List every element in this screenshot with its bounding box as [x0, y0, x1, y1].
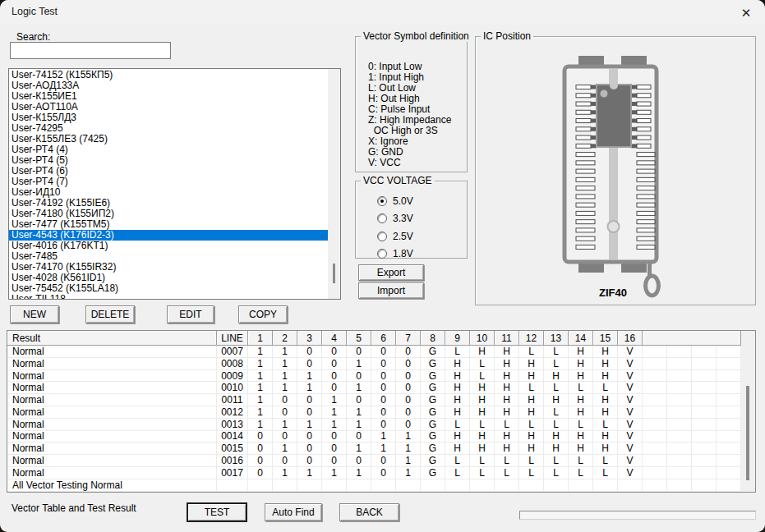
column-header-8[interactable]: 8 [421, 331, 445, 346]
line-cell: 0010 [217, 382, 248, 394]
list-item[interactable]: User-74152 (К155КП5) [9, 70, 328, 80]
table-row[interactable]: Normal00101110100GHHHLLLLV [7, 382, 741, 394]
result-cell: Normal [7, 467, 217, 479]
list-item[interactable]: User-ИД10 [9, 187, 328, 198]
table-row[interactable]: Normal00150100111GHHHHHHHV [7, 443, 741, 455]
column-header-7[interactable]: 7 [396, 331, 421, 346]
vcc-option-1.8V[interactable]: 1.8V [377, 249, 413, 259]
table-scrollbar-thumb[interactable] [746, 386, 749, 480]
pin-cell: 1 [273, 346, 297, 358]
list-item[interactable]: User-TIL118 [9, 294, 328, 300]
pin-cell [717, 467, 741, 479]
column-header-Result[interactable]: Result [7, 331, 217, 346]
list-item[interactable]: User-74180 (К155ИП2) [9, 209, 328, 219]
pin-cell: H [569, 370, 593, 383]
import-button[interactable]: Import [358, 282, 424, 299]
search-label: Search: [16, 31, 50, 43]
pin-cell [470, 479, 495, 492]
list-item[interactable]: User-К155ЛЕ3 (7425) [9, 134, 328, 144]
table-row[interactable]: Normal00160000001GLLLLLLLV [7, 455, 741, 467]
column-header-LINE[interactable]: LINE [217, 331, 248, 346]
column-header-11[interactable]: 11 [495, 331, 519, 346]
pin-cell: H [519, 370, 544, 383]
pin-cell: G [421, 358, 445, 370]
radio-icon[interactable] [377, 213, 387, 223]
pin-cell: H [519, 431, 544, 443]
list-item[interactable]: User-74192 (K155IE6) [9, 198, 328, 209]
list-item[interactable]: User-РТ4 (4) [9, 144, 328, 155]
pin-cell [643, 382, 667, 394]
table-scrollbar[interactable] [741, 331, 755, 492]
delete-button[interactable]: DELETE [85, 305, 135, 323]
table-row[interactable]: Normal00111001000GHHHHHHHV [7, 394, 741, 406]
pin-cell: 0 [371, 455, 396, 467]
table-row[interactable]: Normal00091110000GHLHHHHHV [7, 370, 741, 383]
list-item[interactable]: User-7485 [9, 251, 328, 262]
radio-selected-icon[interactable] [377, 196, 387, 206]
column-header-14[interactable]: 14 [569, 331, 593, 346]
copy-button[interactable]: COPY [238, 305, 288, 323]
list-item[interactable]: User-АОТ110А [9, 102, 328, 112]
test-button[interactable]: TEST [187, 502, 247, 522]
list-item[interactable]: User-К155ЛД3 [9, 112, 328, 123]
column-header-9[interactable]: 9 [445, 331, 470, 346]
list-item[interactable]: User-РТ4 (7) [9, 177, 328, 187]
table-row[interactable]: Normal00140000011GHHHHHHHV [7, 431, 741, 443]
vcc-option-2.5V[interactable]: 2.5V [377, 231, 413, 241]
vcc-option-5.0V[interactable]: 5.0V [377, 195, 413, 206]
list-item[interactable]: User-74295 [9, 123, 328, 134]
list-scrollbar-thumb[interactable] [333, 264, 335, 283]
back-button[interactable]: BACK [339, 503, 399, 521]
column-header-10[interactable]: 10 [470, 331, 495, 346]
table-row[interactable]: Normal00081100100GHLHHLHHV [7, 358, 741, 370]
auto-find-button[interactable]: Auto Find [265, 503, 322, 521]
radio-icon[interactable] [377, 232, 387, 241]
list-item[interactable]: User-РТ4 (6) [9, 166, 328, 177]
pin-cell: H [519, 358, 544, 370]
pin-cell: H [544, 370, 569, 383]
edit-button[interactable]: EDIT [167, 305, 214, 323]
list-item[interactable]: User-7477 (K155TM5) [9, 219, 328, 230]
table-row[interactable]: Normal00170111101GLLLLLLLV [7, 467, 741, 479]
list-item[interactable]: User-75452 (K155LA18) [9, 283, 328, 294]
column-header-5[interactable]: 5 [347, 331, 371, 346]
list-item[interactable]: User-РТ4 (5) [9, 155, 328, 166]
vector-symbol-group: Vector Symbol definition 0: Input Low1: … [355, 36, 468, 172]
list-item[interactable]: User-74170 (K155IR32) [9, 262, 328, 273]
column-header-2[interactable]: 2 [273, 331, 297, 346]
list-scrollbar[interactable] [328, 69, 340, 299]
table-row[interactable]: Normal00131111100GLLLLLLLV [7, 419, 741, 431]
table-row[interactable]: Normal00071100000GLHHLLHHV [7, 346, 741, 358]
radio-icon[interactable] [377, 249, 387, 259]
column-header-12[interactable]: 12 [519, 331, 544, 346]
table-row[interactable]: Normal00121001100GHHHHLHHV [7, 406, 741, 419]
pin-cell: G [421, 346, 445, 358]
list-item-selected[interactable]: User-4543 (K176ID2-3) [9, 230, 328, 241]
list-item[interactable]: User-АОД133А [9, 80, 328, 91]
pin-cell: H [593, 431, 618, 443]
column-header-15[interactable]: 15 [593, 331, 618, 346]
pin-cell: 1 [371, 443, 396, 455]
list-item[interactable]: User-4016 (K176KT1) [9, 241, 328, 251]
list-item[interactable]: User-К155ИЕ1 [9, 91, 328, 102]
vcc-option-3.3V[interactable]: 3.3V [377, 213, 413, 224]
list-item[interactable]: User-4028 (K561ID1) [9, 273, 328, 283]
export-button[interactable]: Export [358, 264, 424, 281]
column-header-13[interactable]: 13 [544, 331, 569, 346]
column-header-16[interactable]: 16 [618, 331, 643, 346]
pin-cell: V [618, 382, 643, 394]
pin-cell [692, 394, 717, 406]
column-header-6[interactable]: 6 [371, 331, 396, 346]
close-icon[interactable]: ✕ [734, 2, 758, 24]
pin-cell: L [544, 455, 569, 467]
pin-cell [643, 431, 667, 443]
table-summary-row[interactable]: All Vector Testing Normal [7, 479, 741, 492]
column-header-3[interactable]: 3 [297, 331, 322, 346]
column-header-1[interactable]: 1 [248, 331, 273, 346]
column-header-4[interactable]: 4 [322, 331, 347, 346]
pin-cell: H [445, 370, 470, 383]
new-button[interactable]: NEW [10, 305, 59, 323]
result-cell: Normal [7, 370, 217, 383]
search-input[interactable] [10, 42, 171, 59]
pin-cell [643, 467, 667, 479]
